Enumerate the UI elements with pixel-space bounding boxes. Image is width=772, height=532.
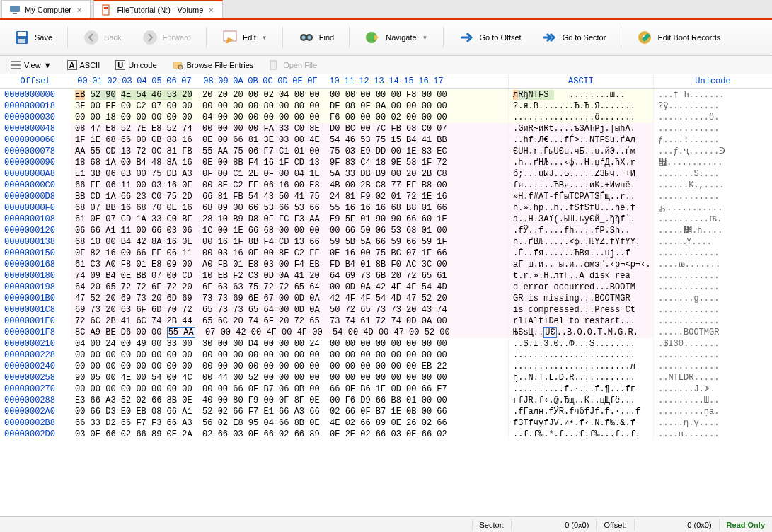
hex-row[interactable]: 00000001500F 82 16 00 66 FF 06 11 00 03 … [0, 248, 772, 259]
hex-row[interactable]: 00000000F068 07 BB 16 68 70 0E 16 68 09 … [0, 202, 772, 214]
letter-a-icon: A [67, 60, 77, 70]
header-offset: Offset [0, 74, 71, 88]
hex-row[interactable]: 000000022800 00 00 00 00 00 00 00 00 00 … [0, 349, 772, 361]
navigate-button[interactable]: Navigate ▼ [357, 24, 435, 51]
ascii-cell: .fЎ..f....fh....fP.Sh.. [508, 225, 653, 236]
hex-cell[interactable]: 90 05 00 4E 00 54 00 4C 00 44 00 52 00 0… [71, 372, 508, 383]
back-label: Back [104, 33, 121, 42]
offset-cell: 00000000A8 [0, 168, 71, 180]
hex-row[interactable]: 00000001E072 6C 2B 41 6C 74 2B 44 65 6C … [0, 316, 772, 327]
goto-sector-label: Go to Sector [563, 33, 606, 42]
hex-cell[interactable]: EB 52 90 4E 54 46 53 20 20 20 20 00 02 0… [71, 89, 508, 100]
unicode-cell: ............ [653, 316, 772, 327]
goto-sector-button[interactable]: Go to Sector [534, 24, 614, 51]
ascii-toggle[interactable]: A ASCII [63, 59, 105, 71]
arrow-left-icon [83, 29, 100, 46]
hex-cell[interactable]: 66 FF 06 11 00 03 16 0F 00 8E C2 FF 06 1… [71, 180, 508, 191]
hex-row[interactable]: 0000000000EB 52 90 4E 54 46 53 20 20 20 … [0, 89, 772, 100]
edit-button[interactable]: Edit ▼ [214, 24, 275, 51]
hex-row[interactable]: 00000001B047 52 20 69 73 20 6D 69 73 73 … [0, 293, 772, 304]
hex-cell[interactable]: 68 07 BB 16 68 70 0E 16 68 09 00 66 53 6… [71, 202, 508, 214]
unicode-toggle[interactable]: U Unicode [111, 59, 161, 71]
hex-cell[interactable]: 00 00 18 00 00 00 00 00 04 00 00 00 00 0… [71, 112, 508, 123]
hex-row[interactable]: 000000027000 00 00 00 00 00 00 00 00 00 … [0, 383, 772, 395]
hex-cell[interactable]: 66 33 D2 66 F7 F3 66 A3 56 02 E8 95 04 6… [71, 417, 508, 429]
hex-cell[interactable]: 00 00 00 00 00 00 00 00 00 00 00 00 00 0… [71, 361, 508, 372]
svg-rect-19 [11, 64, 21, 66]
view-button[interactable]: View ▼ [6, 58, 56, 72]
open-file-button[interactable]: Open File [265, 58, 321, 72]
hex-cell[interactable]: 03 0E 66 02 66 89 0E 2A 02 66 03 0E 66 0… [71, 429, 508, 440]
hex-row[interactable]: 000000004808 47 E8 52 7E E8 52 74 00 00 … [0, 123, 772, 134]
hex-row[interactable]: 00000000183F 00 FF 00 C2 07 00 00 00 00 … [0, 100, 772, 112]
hex-row[interactable]: 00000002B866 33 D2 66 F7 F3 66 A3 56 02 … [0, 417, 772, 429]
hex-cell[interactable]: 8C A9 BE D6 00 00 55 AA 07 00 42 00 4F 0… [71, 327, 508, 338]
arrow-right-blue-icon [459, 29, 476, 46]
ascii-cell: ..$.I.3.0..Ф...$........ [508, 338, 653, 349]
browse-entries-button[interactable]: Browse File Entries [168, 58, 258, 72]
hex-row[interactable]: 0000000288E3 66 A3 52 02 66 8B 0E 40 00 … [0, 395, 772, 406]
hex-cell[interactable]: 04 00 24 00 49 00 33 00 30 00 00 D4 00 0… [71, 338, 508, 349]
hex-cell[interactable]: 1F 1E 68 66 00 CB 88 16 0E 00 66 81 3E 0… [71, 134, 508, 146]
save-button[interactable]: Save [6, 24, 60, 51]
hex-cell[interactable]: 68 10 00 B4 42 8A 16 0E 00 16 1F 8B F4 C… [71, 236, 508, 248]
hex-row[interactable]: 00000001F88C A9 BE D6 00 00 55 AA 07 00 … [0, 327, 772, 338]
hex-cell[interactable]: E3 66 A3 52 02 66 8B 0E 40 00 80 F9 00 0… [71, 395, 508, 406]
hex-row[interactable]: 00000000A8E1 3B 06 0B 00 75 DB A3 0F 00 … [0, 168, 772, 180]
hex-cell[interactable]: 69 73 20 63 6F 6D 70 72 65 73 73 65 64 0… [71, 304, 508, 316]
hex-row[interactable]: 000000024000 00 00 00 00 00 00 00 00 00 … [0, 361, 772, 372]
hex-cell[interactable]: 61 C3 A0 F8 01 E8 09 00 A0 FB 01 E8 03 0… [71, 259, 508, 270]
hex-row[interactable]: 00000000C066 FF 06 11 00 03 16 0F 00 8E … [0, 180, 772, 191]
svg-rect-0 [10, 6, 20, 12]
hex-row[interactable]: 0000000078AA 55 CD 13 72 0C 81 FB 55 AA … [0, 146, 772, 157]
hex-cell[interactable]: 18 68 1A 00 B4 48 8A 16 0E 00 8B F4 16 1… [71, 157, 508, 168]
hex-cell[interactable]: 00 66 D3 E0 EB 08 66 A1 52 02 66 F7 E1 6… [71, 406, 508, 417]
hex-cell[interactable]: 00 00 00 00 00 00 00 00 00 00 66 0F B7 0… [71, 383, 508, 395]
save-icon [13, 29, 30, 46]
hex-row[interactable]: 00000002D003 0E 66 02 66 89 0E 2A 02 66 … [0, 429, 772, 440]
unicode-cell: ぉ........... [653, 202, 772, 214]
hex-cell[interactable]: 0F 82 16 00 66 FF 06 11 00 03 16 0F 00 8… [71, 248, 508, 259]
hex-row[interactable]: 00000000601F 1E 68 66 00 CB 88 16 0E 00 … [0, 134, 772, 146]
hex-cell[interactable]: 00 00 00 00 00 00 00 00 00 00 00 00 00 0… [71, 349, 508, 361]
goto-offset-button[interactable]: Go to Offset [451, 24, 529, 51]
hex-row[interactable]: 000000018074 09 B4 0E BB 07 00 CD 10 EB … [0, 270, 772, 282]
chevron-down-icon: ▼ [44, 61, 52, 69]
hex-row[interactable]: 000000016861 C3 A0 F8 01 E8 09 00 A0 FB … [0, 259, 772, 270]
hex-cell[interactable]: 47 52 20 69 73 20 6D 69 73 73 69 6E 67 0… [71, 293, 508, 304]
header-hex-cols: 000102030405060708090A0B0C0D0E0F10111213… [71, 74, 508, 88]
hex-cell[interactable]: 61 0E 07 CD 1A 33 C0 BF 28 10 B9 D8 0F F… [71, 214, 508, 225]
tab-file-tutorial[interactable]: FileTutorial (N:) - Volume × [93, 0, 222, 18]
hex-viewer[interactable]: Offset 000102030405060708090A0B0C0D0E0F1… [0, 74, 772, 516]
forward-button[interactable]: Forward [134, 24, 199, 51]
hex-row[interactable]: 000000009018 68 1A 00 B4 48 8A 16 0E 00 … [0, 157, 772, 168]
hex-row[interactable]: 000000012006 66 A1 11 00 66 03 06 1C 00 … [0, 225, 772, 236]
svg-point-9 [143, 30, 157, 45]
hex-row[interactable]: 00000000D8BB CD 1A 66 23 C0 75 2D 66 81 … [0, 191, 772, 202]
hex-row[interactable]: 000000025890 05 00 4E 00 54 00 4C 00 44 … [0, 372, 772, 383]
tab-my-computer[interactable]: My Computer × [1, 0, 91, 18]
hex-cell[interactable]: E1 3B 06 0B 00 75 DB A3 0F 00 C1 2E 0F 0… [71, 168, 508, 180]
hex-cell[interactable]: 72 6C 2B 41 6C 74 2B 44 65 6C 20 74 6F 2… [71, 316, 508, 327]
edit-boot-button[interactable]: Edit Boot Records [628, 24, 728, 51]
hex-cell[interactable]: 3F 00 FF 00 C2 07 00 00 00 00 00 00 80 0… [71, 100, 508, 112]
hex-row[interactable]: 000000021004 00 24 00 49 00 33 00 30 00 … [0, 338, 772, 349]
unicode-cell: ............ [653, 191, 772, 202]
hex-cell[interactable]: AA 55 CD 13 72 0C 81 FB 55 AA 75 06 F7 C… [71, 146, 508, 157]
hex-row[interactable]: 000000013868 10 00 B4 42 8A 16 0E 00 16 … [0, 236, 772, 248]
hex-row[interactable]: 000000019864 20 65 72 72 6F 72 20 6F 63 … [0, 282, 772, 293]
close-icon[interactable]: × [207, 6, 214, 14]
hex-cell[interactable]: BB CD 1A 66 23 C0 75 2D 66 81 FB 54 43 5… [71, 191, 508, 202]
hex-row[interactable]: 00000001C869 73 20 63 6F 6D 70 72 65 73 … [0, 304, 772, 316]
hex-cell[interactable]: 06 66 A1 11 00 66 03 06 1C 00 1E 66 68 0… [71, 225, 508, 236]
back-button[interactable]: Back [75, 24, 129, 51]
close-icon[interactable]: × [76, 6, 83, 14]
hex-row[interactable]: 00000002A000 66 D3 E0 EB 08 66 A1 52 02 … [0, 406, 772, 417]
hex-cell[interactable]: 64 20 65 72 72 6F 72 20 6F 63 63 75 72 7… [71, 282, 508, 293]
hex-cell[interactable]: 08 47 E8 52 7E E8 52 74 00 00 00 00 FA 3… [71, 123, 508, 134]
hex-row[interactable]: 000000003000 00 18 00 00 00 00 00 04 00 … [0, 112, 772, 123]
hex-cell[interactable]: 74 09 B4 0E BB 07 00 CD 10 EB F2 C3 0D 0… [71, 270, 508, 282]
hex-row[interactable]: 000000010861 0E 07 CD 1A 33 C0 BF 28 10 … [0, 214, 772, 225]
find-button[interactable]: Find [290, 24, 342, 51]
offset-cell: 0000000198 [0, 282, 71, 293]
